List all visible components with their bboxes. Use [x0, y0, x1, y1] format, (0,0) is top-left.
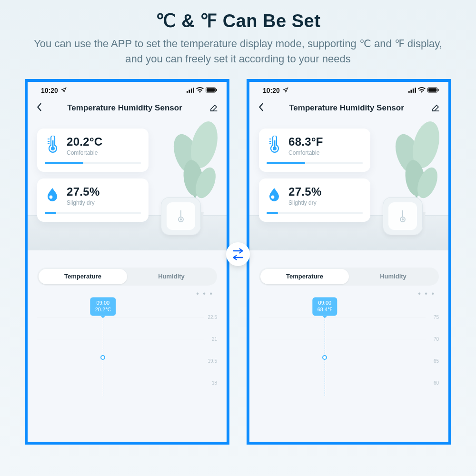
- status-time: 10:20: [263, 87, 280, 94]
- page-title: Temperature Humidity Sensor: [265, 103, 428, 113]
- humidity-status: Slightly dry: [67, 199, 100, 206]
- humidity-status: Slightly dry: [288, 199, 322, 206]
- temperature-card[interactable]: 68.3°F Comfortable: [259, 129, 370, 172]
- y-tick: 18: [212, 380, 217, 385]
- location-icon: [283, 87, 288, 94]
- temperature-value: 68.3°F: [288, 135, 323, 149]
- battery-icon: [427, 87, 439, 94]
- gridline: [37, 361, 204, 361]
- humidity-bar: [45, 212, 141, 214]
- gridline: [259, 383, 426, 383]
- phone-fahrenheit: 10:20 Temperature Humid: [247, 79, 451, 445]
- droplet-icon: [45, 185, 60, 204]
- humidity-card[interactable]: 27.5% Slightly dry: [259, 178, 370, 222]
- gridline: [259, 317, 426, 317]
- status-bar: 10:20: [28, 82, 227, 96]
- status-time: 10:20: [41, 87, 58, 94]
- svg-rect-6: [216, 89, 217, 91]
- humidity-bar: [267, 212, 363, 214]
- svg-rect-23: [413, 89, 414, 93]
- wifi-icon: [196, 87, 204, 94]
- y-tick: 21: [212, 336, 217, 341]
- svg-rect-0: [187, 91, 188, 93]
- y-tick: 60: [434, 380, 439, 385]
- humidity-card[interactable]: 27.5% Slightly dry: [37, 178, 149, 222]
- hero-subtitle: You can use the APP to set the temperatu…: [0, 36, 476, 67]
- device-illustration: [161, 197, 201, 235]
- page-title: Temperature Humidity Sensor: [43, 103, 207, 113]
- y-tick: 70: [434, 336, 439, 341]
- temperature-chart[interactable]: 22.52119.51809:0020.2℃: [37, 301, 217, 396]
- temperature-chart[interactable]: 7570656009:0068.4℉: [259, 301, 439, 396]
- battery-icon: [206, 87, 217, 94]
- thermometer-icon: [267, 135, 282, 154]
- svg-rect-26: [428, 88, 437, 91]
- edit-button[interactable]: [207, 104, 218, 112]
- gridline: [259, 361, 426, 361]
- temperature-card[interactable]: 20.2°C Comfortable: [37, 129, 149, 172]
- hero-title: ℃ & ℉ Can Be Set: [0, 0, 476, 31]
- y-tick: 19.5: [208, 358, 217, 363]
- chart-marker-dot: [322, 355, 327, 360]
- svg-rect-24: [415, 88, 416, 93]
- humidity-value: 27.5%: [288, 185, 322, 198]
- y-tick: 65: [434, 358, 439, 363]
- metric-tabs: Temperature Humidity: [259, 268, 439, 286]
- svg-rect-1: [188, 89, 190, 92]
- device-illustration: [383, 197, 423, 235]
- chart-tooltip: 09:0068.4℉: [313, 297, 337, 316]
- svg-point-13: [51, 147, 55, 150]
- temperature-status: Comfortable: [288, 149, 323, 156]
- edit-button[interactable]: [428, 104, 440, 112]
- gridline: [259, 339, 426, 339]
- svg-rect-2: [191, 89, 192, 93]
- more-button[interactable]: • • •: [28, 286, 227, 298]
- svg-point-33: [402, 218, 404, 220]
- chart-marker-dot: [100, 355, 105, 360]
- tooltip-value: 20.2℃: [95, 306, 111, 313]
- status-bar: 10:20: [249, 82, 448, 96]
- svg-rect-21: [408, 91, 410, 93]
- svg-rect-22: [410, 89, 412, 92]
- humidity-value: 27.5%: [67, 185, 100, 198]
- tab-humidity[interactable]: Humidity: [349, 269, 437, 284]
- y-tick: 75: [434, 314, 439, 319]
- temperature-value: 20.2°C: [67, 135, 102, 149]
- wifi-icon: [418, 87, 426, 94]
- signal-icon: [408, 87, 416, 94]
- droplet-icon: [267, 185, 282, 204]
- svg-rect-27: [438, 89, 439, 91]
- svg-point-34: [273, 147, 277, 150]
- metric-tabs: Temperature Humidity: [37, 268, 217, 286]
- tab-temperature[interactable]: Temperature: [39, 269, 127, 284]
- gridline: [37, 317, 204, 317]
- svg-point-39: [271, 195, 275, 198]
- gridline: [37, 339, 204, 339]
- swap-icon: [226, 242, 250, 266]
- temperature-status: Comfortable: [67, 149, 102, 156]
- tab-temperature[interactable]: Temperature: [260, 269, 349, 284]
- svg-rect-5: [207, 88, 215, 91]
- location-icon: [61, 87, 67, 94]
- gridline: [37, 383, 204, 383]
- more-button[interactable]: • • •: [249, 286, 448, 298]
- tooltip-value: 68.4℉: [317, 306, 332, 313]
- tooltip-time: 09:00: [95, 299, 111, 306]
- svg-point-18: [50, 195, 53, 198]
- temperature-bar: [45, 162, 141, 164]
- chart-tooltip: 09:0020.2℃: [90, 297, 116, 316]
- svg-point-12: [180, 218, 182, 220]
- y-tick: 22.5: [208, 314, 217, 319]
- phone-celsius: 10:20 Temperature Humid: [25, 79, 229, 445]
- signal-icon: [187, 87, 194, 94]
- tooltip-time: 09:00: [317, 299, 332, 306]
- temperature-bar: [267, 162, 363, 164]
- tab-humidity[interactable]: Humidity: [127, 269, 216, 284]
- svg-rect-3: [193, 88, 194, 93]
- thermometer-icon: [45, 135, 60, 154]
